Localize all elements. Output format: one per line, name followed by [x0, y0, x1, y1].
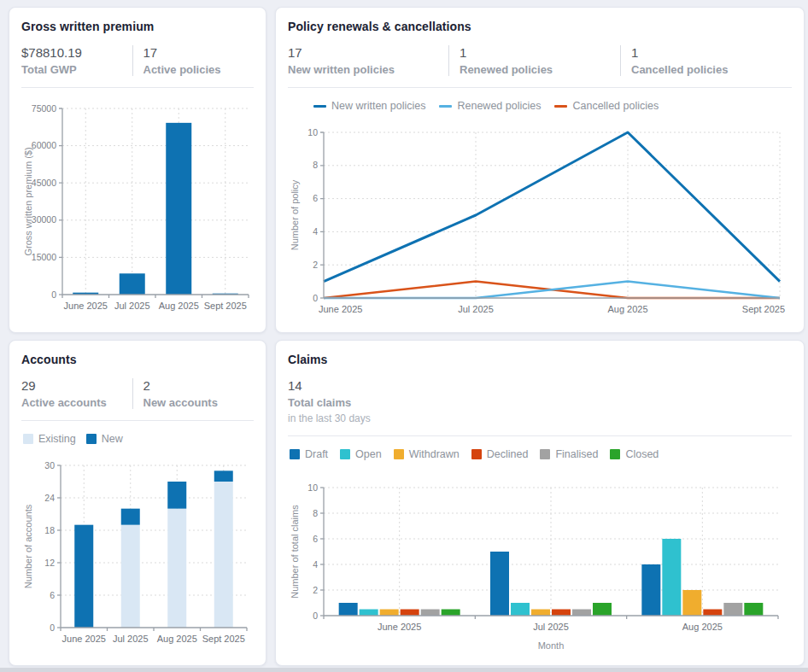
legend-item-renewed-policies[interactable]: Renewed policies [439, 100, 541, 112]
divider [288, 87, 792, 88]
stat-renewed-policies-label: Renewed policies [460, 63, 613, 76]
stat-total-gwp-value: $78810.19 [21, 45, 126, 60]
bar [723, 603, 742, 616]
gwp-bar-chart: 01500030000450006000075000June 2025Jul 2… [21, 98, 255, 322]
svg-text:6: 6 [50, 590, 55, 600]
svg-text:Number of total claims: Number of total claims [290, 505, 300, 599]
bar [511, 603, 530, 616]
card-title-policy: Policy renewals & cancellations [288, 20, 792, 33]
legend-item-existing[interactable]: Existing [23, 433, 76, 445]
policy-chart-legend: New written policiesRenewed policiesCanc… [313, 100, 792, 112]
stat-total-claims: 14 Total claims in the last 30 days [288, 378, 792, 424]
stat-total-claims-sublabel: in the last 30 days [288, 412, 785, 424]
legend-item-open[interactable]: Open [340, 448, 382, 460]
bar [703, 610, 722, 616]
svg-text:4: 4 [313, 226, 318, 237]
legend-item-cancelled-policies[interactable]: Cancelled policies [554, 100, 659, 112]
bar-segment [214, 482, 233, 628]
legend-swatch [23, 434, 33, 444]
claims-grouped-bar-chart: 0246810June 2025Jul 2025Aug 2025Number o… [288, 481, 793, 655]
legend-item-draft[interactable]: Draft [290, 448, 328, 460]
line-series [324, 132, 780, 282]
svg-text:15000: 15000 [32, 252, 56, 262]
gwp-chart: 01500030000450006000075000June 2025Jul 2… [21, 98, 254, 325]
card-gross-written-premium: Gross written premium $78810.19 Total GW… [9, 7, 266, 333]
policy-stats: 17 New written policies 1 Renewed polici… [288, 45, 792, 76]
stat-new-accounts-value: 2 [143, 378, 248, 393]
legend-swatch [471, 449, 482, 459]
policy-line-chart: 0246810June 2025Jul 2025Aug 2025Sept 202… [288, 124, 793, 322]
bar [401, 610, 419, 616]
bar [166, 123, 191, 295]
svg-text:Gross written premium ($): Gross written premium ($) [23, 147, 33, 255]
svg-text:8: 8 [313, 160, 318, 170]
legend-label: New [102, 433, 123, 445]
stat-cancelled-policies-label: Cancelled policies [631, 63, 785, 76]
legend-label: Draft [305, 448, 328, 460]
legend-item-withdrawn[interactable]: Withdrawn [394, 448, 460, 460]
legend-swatch [610, 449, 620, 459]
svg-text:June 2025: June 2025 [64, 301, 108, 311]
svg-text:Aug 2025: Aug 2025 [682, 622, 723, 632]
svg-text:12: 12 [44, 558, 55, 568]
bar [421, 610, 440, 616]
svg-text:24: 24 [44, 493, 55, 503]
svg-text:6: 6 [313, 534, 318, 544]
svg-text:Sept 2025: Sept 2025 [742, 304, 785, 314]
card-accounts: Accounts 29 Active accounts 2 New accoun… [9, 340, 266, 666]
bar [641, 564, 660, 616]
gwp-stats: $78810.19 Total GWP 17 Active policies [21, 45, 254, 76]
stat-total-gwp-label: Total GWP [21, 63, 126, 76]
bar [120, 273, 145, 295]
divider [21, 87, 254, 88]
bar [490, 552, 509, 616]
svg-text:Aug 2025: Aug 2025 [159, 301, 199, 311]
bar [531, 610, 550, 616]
bar [442, 610, 460, 616]
svg-text:2: 2 [313, 585, 318, 595]
bar [593, 603, 612, 616]
svg-text:June 2025: June 2025 [378, 622, 421, 632]
bar [572, 610, 591, 616]
card-policy-renewals-cancellations: Policy renewals & cancellations 17 New w… [275, 7, 805, 333]
svg-text:Jul 2025: Jul 2025 [114, 301, 150, 311]
svg-text:June 2025: June 2025 [319, 304, 362, 314]
bar-segment [214, 470, 233, 482]
legend-label: Cancelled policies [572, 100, 659, 112]
bar-segment [121, 509, 140, 525]
svg-text:75000: 75000 [32, 103, 56, 114]
svg-text:0: 0 [313, 611, 318, 621]
bar [339, 603, 358, 616]
legend-label: Withdrawn [409, 448, 460, 460]
claims-chart: 0246810June 2025Jul 2025Aug 2025Number o… [288, 481, 792, 658]
legend-swatch [394, 449, 404, 459]
stat-active-policies-value: 17 [143, 45, 248, 60]
bar [662, 539, 681, 616]
legend-item-new[interactable]: New [86, 433, 123, 445]
legend-item-declined[interactable]: Declined [471, 448, 529, 460]
svg-text:18: 18 [44, 525, 55, 535]
legend-swatch [313, 105, 326, 108]
svg-text:30: 30 [44, 460, 55, 470]
stat-new-accounts: 2 New accounts [132, 378, 255, 409]
stat-cancelled-policies-value: 1 [631, 45, 785, 60]
accounts-stats: 29 Active accounts 2 New accounts [21, 378, 254, 409]
bar [380, 610, 399, 616]
svg-text:Aug 2025: Aug 2025 [607, 304, 647, 314]
legend-swatch [86, 434, 97, 444]
svg-text:Sept 2025: Sept 2025 [204, 301, 247, 311]
legend-item-new-written-policies[interactable]: New written policies [313, 100, 425, 112]
bar [360, 610, 378, 616]
stat-new-written-policies-label: New written policies [288, 63, 442, 76]
stat-new-written-policies: 17 New written policies [288, 45, 448, 76]
horizontal-scrollbar[interactable] [0, 668, 808, 672]
legend-item-closed[interactable]: Closed [610, 448, 659, 460]
svg-text:Jul 2025: Jul 2025 [458, 304, 494, 314]
stat-renewed-policies-value: 1 [460, 45, 613, 60]
legend-item-finalised[interactable]: Finalised [540, 448, 598, 460]
stat-active-policies: 17 Active policies [132, 45, 255, 76]
legend-swatch [340, 449, 350, 459]
gwp-series [73, 123, 238, 295]
bar-segment [74, 525, 93, 628]
card-title-accounts: Accounts [21, 353, 254, 366]
